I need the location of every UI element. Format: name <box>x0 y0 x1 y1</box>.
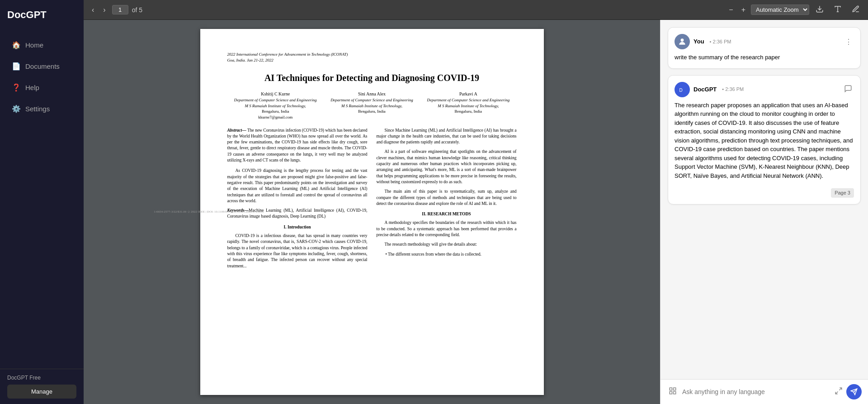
bubble-header-user: You • 2:36 PM ⋮ <box>675 34 854 49</box>
page-total-label: of 5 <box>132 6 142 14</box>
grid-icon[interactable] <box>667 385 679 399</box>
page-number-input[interactable] <box>112 5 128 14</box>
pdf-abstract: Abstract— The new Coronavirus infection … <box>227 128 368 164</box>
pdf-intro-heading: I. Introduction <box>227 224 368 230</box>
zoom-select[interactable]: Automatic Zoom 50% 75% 100% 125% 150% <box>751 5 809 15</box>
docgpt-avatar: D <box>675 82 690 97</box>
sidebar-item-settings[interactable]: ⚙️ Settings <box>4 99 80 119</box>
user-bubble-menu[interactable]: ⋮ <box>843 38 854 46</box>
settings-icon: ⚙️ <box>12 105 21 113</box>
chat-input[interactable] <box>682 388 831 395</box>
chat-bubble-bot: D DocGPT • 2:36 PM The research paper pr… <box>668 75 861 204</box>
bot-msg-text: The research paper proposes an applicati… <box>675 101 854 181</box>
bubble-header-bot: D DocGPT • 2:36 PM <box>675 82 854 97</box>
pdf-right-para2: AI is a part of software engineering tha… <box>377 149 517 185</box>
bot-sender-label: DocGPT <box>693 85 717 94</box>
main-area: ‹ › of 5 − + Automatic Zoom 50% 75% 100%… <box>84 0 868 404</box>
text-tool-button[interactable] <box>831 3 844 17</box>
author-2: Sini Anna Alex Department of Computer Sc… <box>324 91 420 120</box>
pdf-right-para1: Since Machine Learning (ML) and Artifici… <box>377 128 517 146</box>
pdf-abstract-para2: As COVID-19 diagnosing is the lengthy pr… <box>227 168 368 204</box>
author-3: Parkavi A Department of Computer Science… <box>420 91 516 120</box>
page-badge: Page 3 <box>831 188 854 198</box>
next-page-button[interactable]: › <box>100 4 108 16</box>
help-icon: ❓ <box>12 83 21 92</box>
pen-tool-button[interactable] <box>849 3 863 17</box>
chat-input-area <box>660 379 868 404</box>
svg-text:D: D <box>679 87 683 92</box>
svg-rect-7 <box>674 391 676 394</box>
user-sender-label: You <box>693 37 704 46</box>
sidebar-item-label-settings: Settings <box>25 105 50 113</box>
pdf-research-bullet: • The different sources from where the d… <box>386 252 517 257</box>
nav-menu: 🏠 Home 📄 Documents ❓ Help ⚙️ Settings <box>0 30 84 369</box>
download-button[interactable] <box>813 3 826 17</box>
sidebar-item-documents[interactable]: 📄 Documents <box>4 57 80 76</box>
pdf-intro-text: COVID-19 is a infectious disease, that h… <box>227 233 368 269</box>
sidebar-item-label-home: Home <box>25 41 43 49</box>
chat-panel: You • 2:36 PM ⋮ write the summary of the… <box>660 20 868 404</box>
sidebar-item-help[interactable]: ❓ Help <box>4 78 80 97</box>
toolbar-right-actions <box>813 3 863 17</box>
home-icon: 🏠 <box>12 41 21 49</box>
pdf-left-col: Abstract— The new Coronavirus infection … <box>227 128 368 273</box>
pdf-page: 1-6654-2577-3/22/$31.00 ©2022 IEEE | DOI… <box>200 29 544 395</box>
sidebar-item-label-documents: Documents <box>25 62 60 70</box>
svg-rect-6 <box>670 391 672 394</box>
pdf-body: Abstract— The new Coronavirus infection … <box>227 128 517 273</box>
sidebar-bottom: DocGPT Free Manage <box>0 369 84 404</box>
send-button[interactable] <box>846 384 862 399</box>
pdf-viewer[interactable]: 1-6654-2577-3/22/$31.00 ©2022 IEEE | DOI… <box>84 20 660 404</box>
prev-page-button[interactable]: ‹ <box>89 4 97 16</box>
user-msg-text: write the summary of the research paper <box>675 53 854 62</box>
pdf-research-heading: II. RESEARCH METODS <box>377 211 517 217</box>
plan-label: DocGPT Free <box>7 375 76 381</box>
app-logo: DocGPT <box>0 0 84 30</box>
bot-bubble-menu[interactable] <box>842 85 854 95</box>
pdf-toolbar: ‹ › of 5 − + Automatic Zoom 50% 75% 100%… <box>84 0 868 20</box>
user-msg-time: • 2:36 PM <box>710 38 731 46</box>
pdf-research-para: A methodology specifies the boundaries o… <box>377 220 517 238</box>
svg-rect-5 <box>674 388 676 390</box>
sidebar-item-label-help: Help <box>25 84 39 91</box>
pdf-research-para2: The research methodology will give the d… <box>377 242 517 247</box>
sidebar-item-home[interactable]: 🏠 Home <box>4 35 80 55</box>
expand-button[interactable] <box>835 387 843 397</box>
chat-messages: You • 2:36 PM ⋮ write the summary of the… <box>660 20 868 379</box>
pdf-right-para3: The main aim of this paper is to systema… <box>377 189 517 207</box>
sidebar: DocGPT 🏠 Home 📄 Documents ❓ Help ⚙️ Sett… <box>0 0 84 404</box>
manage-button[interactable]: Manage <box>7 385 76 399</box>
pdf-authors: Kshitij C Kurne Department of Computer S… <box>227 91 517 120</box>
zoom-in-button[interactable]: + <box>739 4 748 16</box>
documents-icon: 📄 <box>12 62 21 71</box>
zoom-out-button[interactable]: − <box>726 4 736 16</box>
svg-line-8 <box>840 388 842 390</box>
svg-point-1 <box>681 38 684 42</box>
svg-rect-4 <box>670 388 672 390</box>
pdf-conference: 2022 International Conference for Advanc… <box>227 52 517 63</box>
pdf-watermark: 1-6654-2577-3/22/$31.00 ©2022 IEEE | DOI… <box>154 210 264 214</box>
chat-bubble-user: You • 2:36 PM ⋮ write the summary of the… <box>668 27 861 69</box>
user-avatar <box>675 34 690 49</box>
svg-line-9 <box>835 392 838 394</box>
zoom-controls: − + Automatic Zoom 50% 75% 100% 125% 150… <box>726 4 809 16</box>
author-1: Kshitij C Kurne Department of Computer S… <box>227 91 324 120</box>
pdf-right-col: Since Machine Learning (ML) and Artifici… <box>377 128 517 273</box>
bot-msg-time: • 2:36 PM <box>722 86 744 93</box>
pdf-title: AI Techniques for Detecting and Diagnosi… <box>227 72 517 84</box>
content-area: 1-6654-2577-3/22/$31.00 ©2022 IEEE | DOI… <box>84 20 868 404</box>
